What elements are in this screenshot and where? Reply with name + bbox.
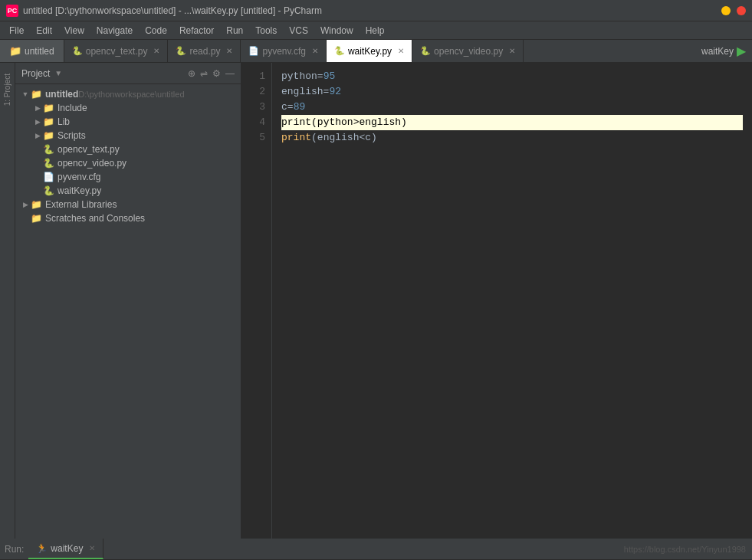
tab-file-icon: 🐍 [72,46,83,56]
line-number: 4 [241,115,265,130]
tab-label: opencv_video.py [434,46,503,57]
run-tab[interactable]: 🏃 waitKey ✕ [28,539,103,559]
code-token: english [281,84,323,100]
tab-close-icon[interactable]: ✕ [226,47,232,55]
code-line[interactable]: python = 95 [281,69,743,84]
code-line[interactable]: english = 92 [281,84,743,100]
tab-label: waitKey.py [348,46,392,57]
code-token: print [281,130,311,146]
file-tree: ▼📁untitled D:\pythonworkspace\untitled▶📁… [15,84,241,539]
code-token: = [323,84,330,100]
code-line[interactable]: print(python>english) [281,115,743,130]
collapse-icon[interactable]: ⇌ [200,68,208,79]
folder-icon: 📁 [31,89,42,100]
menu-item-vcs[interactable]: VCS [283,24,314,38]
tree-item[interactable]: 🐍opencv_text.py [15,142,241,156]
file-tab-waitKey-py[interactable]: 🐍waitKey.py✕ [327,40,412,62]
tree-item-label: pyvenv.cfg [57,172,100,182]
minimize-button[interactable] [721,6,731,15]
run-button[interactable]: ▶ [737,44,746,58]
file-tab-opencv_text-py[interactable]: 🐍opencv_text.py✕ [64,40,169,62]
code-token: c [365,130,371,146]
tree-item[interactable]: ▼📁untitled D:\pythonworkspace\untitled [15,87,241,101]
line-number: 2 [241,84,265,100]
line-number: 3 [241,100,265,115]
code-token: 92 [329,84,341,100]
close-button[interactable] [737,6,746,15]
code-line[interactable]: print(english<c) [281,130,743,146]
menu-item-file[interactable]: File [3,24,30,38]
code-view[interactable]: python = 95english = 92c = 89print(pytho… [272,63,752,539]
code-token: ( [311,130,317,146]
tree-item-label: opencv_text.py [57,144,120,155]
title-bar: PC untitled [D:\pythonworkspace\untitled… [0,0,752,21]
close-panel-icon[interactable]: — [225,68,235,79]
tree-arrow-icon: ▶ [32,118,43,126]
tree-item[interactable]: 🐍opencv_video.py [15,156,241,170]
menu-item-help[interactable]: Help [360,24,391,38]
tree-item-label: opencv_video.py [57,158,126,169]
window-controls [721,6,746,15]
editor-area: 12345 python = 95english = 92c = 89print… [241,63,752,539]
code-line[interactable]: c = 89 [281,100,743,115]
tree-arrow-icon: ▼ [20,90,31,98]
file-tab-opencv_video-py[interactable]: 🐍opencv_video.py✕ [412,40,524,62]
tree-arrow-icon: ▶ [32,132,43,139]
editor-content: 12345 python = 95english = 92c = 89print… [241,63,752,539]
window-title: untitled [D:\pythonworkspace\untitled] -… [23,5,721,16]
tree-item[interactable]: ▶📁External Libraries [15,198,241,211]
file-tab-pyvenv-cfg[interactable]: 📄pyvenv.cfg✕ [241,40,326,62]
file-tab-read-py[interactable]: 🐍read.py✕ [168,40,241,62]
folder-icon: 📁 [43,103,54,113]
folder-icon: 📁 [31,199,42,210]
line-number: 1 [241,69,265,84]
panel-header-icons: ⊕ ⇌ ⚙ — [188,68,235,79]
menu-item-refactor[interactable]: Refactor [173,24,220,38]
project-tab[interactable]: 📁 untitled [0,40,64,62]
tree-item-label: Scratches and Consoles [45,213,145,224]
python-file-icon: 🐍 [43,144,54,155]
run-label: Run: [0,539,28,559]
tree-item-label: Lib [57,116,70,127]
tab-close-icon[interactable]: ✕ [153,47,159,55]
line-number: 5 [241,130,265,146]
project-folder-icon: 📁 [9,45,21,57]
bottom-panel: Run: 🏃 waitKey ✕ ▶ ■ ▲ ▼ ↺ D:\Python\Pyt… [0,539,752,560]
tab-file-icon: 📄 [248,46,259,56]
code-token: 89 [294,100,306,115]
folder-icon: 📁 [31,213,42,224]
code-token: python [281,69,317,84]
tree-arrow-icon: ▶ [32,104,43,112]
menu-item-edit[interactable]: Edit [30,24,58,38]
tab-close-icon[interactable]: ✕ [398,47,404,55]
code-token: ( [311,115,317,130]
tab-close-icon[interactable]: ✕ [509,47,515,55]
tab-file-icon: 🐍 [334,46,345,56]
menu-item-window[interactable]: Window [314,24,360,38]
tree-item[interactable]: ▶📁Include [15,101,241,115]
tree-item[interactable]: ▶📁Lib [15,115,241,129]
tree-item[interactable]: 📄pyvenv.cfg [15,170,241,184]
run-config-label: waitKey [701,46,734,57]
folder-icon: 📁 [43,130,54,141]
menu-item-run[interactable]: Run [220,24,249,38]
menu-item-code[interactable]: Code [139,24,173,38]
code-token: ) [371,130,377,146]
run-icon: 🏃 [36,543,48,554]
add-icon[interactable]: ⊕ [188,68,195,79]
run-tab-close[interactable]: ✕ [89,544,95,552]
menu-item-view[interactable]: View [58,24,90,38]
main-content: 1: Project Project ▼ ⊕ ⇌ ⚙ — ▼📁untitled … [0,63,752,539]
tree-item-label: untitled [45,89,78,100]
tree-item[interactable]: 🐍waitKey.py [15,184,241,198]
settings-icon[interactable]: ⚙ [212,68,221,79]
tree-item[interactable]: 📁Scratches and Consoles [15,211,241,225]
tab-close-icon[interactable]: ✕ [312,47,318,55]
code-token: 95 [323,69,336,84]
menu-item-tools[interactable]: Tools [249,24,283,38]
run-tab-label: waitKey [51,543,83,554]
project-tab-label: untitled [25,46,54,57]
tree-item[interactable]: ▶📁Scripts [15,129,241,142]
menu-item-navigate[interactable]: Navigate [90,24,139,38]
code-token: > [353,115,360,130]
